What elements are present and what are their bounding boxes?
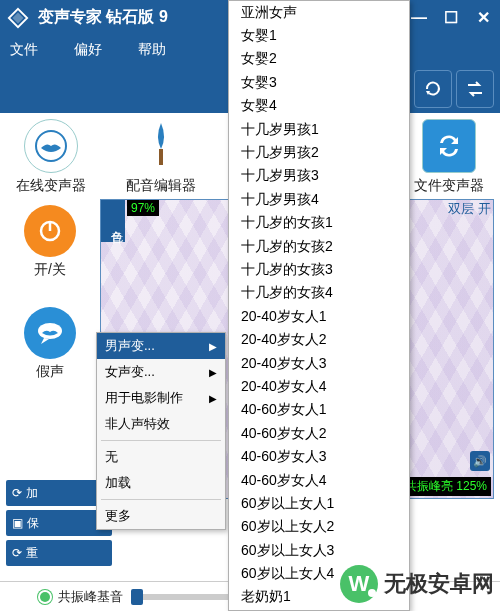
timbre-label: 音色 — [101, 200, 125, 242]
tool-file-voice[interactable]: 文件变声器 — [404, 119, 494, 195]
svg-rect-4 — [159, 149, 163, 165]
cycle-icon — [422, 119, 476, 173]
reset-button[interactable]: ⟳重 — [6, 540, 112, 566]
left-controls: 开/关 假声 — [6, 199, 94, 499]
timbre-pct: 97% — [127, 200, 159, 216]
tool-online-voice[interactable]: 在线变声器 — [6, 119, 96, 195]
watermark-logo-icon: W — [340, 565, 378, 603]
slider-thumb[interactable] — [131, 589, 143, 605]
menu-item[interactable]: 女声变...▶ — [97, 359, 225, 385]
submenu-item[interactable]: 十几岁的女孩3 — [229, 258, 409, 281]
menu-item[interactable]: 更多 — [97, 503, 225, 529]
submenu-item[interactable]: 20-40岁女人2 — [229, 328, 409, 351]
menu-item[interactable]: 加载 — [97, 470, 225, 496]
formant-pct: 共振峰亮 125% — [401, 477, 491, 496]
maximize-button[interactable]: ☐ — [440, 7, 462, 29]
voice-preset-submenu[interactable]: 亚洲女声女婴1女婴2女婴3女婴4十几岁男孩1十几岁男孩2十几岁男孩3十几岁男孩4… — [228, 0, 410, 611]
submenu-item[interactable]: 60岁以上女人3 — [229, 539, 409, 562]
power-button[interactable] — [24, 205, 76, 257]
submenu-item[interactable]: 女婴3 — [229, 71, 409, 94]
tool-dub-editor[interactable]: 配音编辑器 — [116, 119, 206, 195]
submenu-item[interactable]: 20-40岁女人4 — [229, 375, 409, 398]
duplex-label[interactable]: 双层 开 — [448, 200, 491, 218]
close-button[interactable]: ✕ — [472, 7, 494, 29]
submenu-item[interactable]: 40-60岁女人3 — [229, 445, 409, 468]
submenu-item[interactable]: 20-40岁女人1 — [229, 305, 409, 328]
menu-item[interactable]: 无 — [97, 444, 225, 470]
menu-file[interactable]: 文件 — [10, 41, 38, 59]
minimize-button[interactable]: — — [408, 7, 430, 29]
tool-label: 文件变声器 — [414, 177, 484, 195]
submenu-item[interactable]: 女婴1 — [229, 24, 409, 47]
submenu-item[interactable]: 60岁以上女人2 — [229, 516, 409, 539]
brush-icon — [134, 119, 188, 173]
submenu-item[interactable]: 十几岁的女孩2 — [229, 235, 409, 258]
submenu-item[interactable]: 十几岁男孩3 — [229, 165, 409, 188]
submenu-item[interactable]: 十几岁男孩4 — [229, 188, 409, 211]
status-dot-icon — [40, 592, 50, 602]
disk-icon: ▣ — [12, 516, 23, 530]
formant-pitch-label: 共振峰基音 — [58, 588, 123, 606]
menu-item[interactable]: 用于电影制作▶ — [97, 385, 225, 411]
submenu-item[interactable]: 40-60岁女人2 — [229, 422, 409, 445]
submenu-item[interactable]: 40-60岁女人1 — [229, 399, 409, 422]
submenu-item[interactable]: 20-40岁女人3 — [229, 352, 409, 375]
menu-help[interactable]: 帮助 — [138, 41, 166, 59]
submenu-item[interactable]: 亚洲女声 — [229, 1, 409, 24]
submenu-item[interactable]: 女婴2 — [229, 48, 409, 71]
chevron-right-icon: ▶ — [209, 367, 217, 378]
submenu-item[interactable]: 十几岁的女孩1 — [229, 212, 409, 235]
watermark-text: 无极安卓网 — [384, 569, 494, 599]
tool-label: 在线变声器 — [16, 177, 86, 195]
submenu-item[interactable]: 女婴4 — [229, 95, 409, 118]
chevron-right-icon: ▶ — [209, 341, 217, 352]
redo-icon[interactable] — [414, 70, 452, 108]
swap-icon[interactable] — [456, 70, 494, 108]
power-label: 开/关 — [24, 261, 76, 279]
submenu-item[interactable]: 十几岁男孩2 — [229, 141, 409, 164]
voice-chat-button[interactable] — [24, 307, 76, 359]
submenu-item[interactable]: 十几岁的女孩4 — [229, 282, 409, 305]
sound-icon[interactable]: 🔊 — [470, 451, 490, 471]
submenu-item[interactable]: 十几岁男孩1 — [229, 118, 409, 141]
menu-item[interactable]: 非人声特效 — [97, 411, 225, 437]
watermark: W 无极安卓网 — [340, 565, 494, 603]
submenu-item[interactable]: 60岁以上女人1 — [229, 492, 409, 515]
menu-preferences[interactable]: 偏好 — [74, 41, 102, 59]
svg-point-7 — [38, 323, 62, 339]
voice-category-menu[interactable]: 男声变...▶女声变...▶用于电影制作▶非人声特效无加载更多 — [96, 332, 226, 530]
submenu-item[interactable]: 40-60岁女人4 — [229, 469, 409, 492]
app-logo-icon — [6, 6, 30, 30]
svg-marker-1 — [13, 12, 24, 23]
chevron-right-icon: ▶ — [209, 393, 217, 404]
menu-item[interactable]: 男声变...▶ — [97, 333, 225, 359]
cycle-icon: ⟳ — [12, 546, 22, 560]
globe-lips-icon — [24, 119, 78, 173]
voice-chat-label: 假声 — [24, 363, 76, 381]
cycle-icon: ⟳ — [12, 486, 22, 500]
tool-label: 配音编辑器 — [126, 177, 196, 195]
